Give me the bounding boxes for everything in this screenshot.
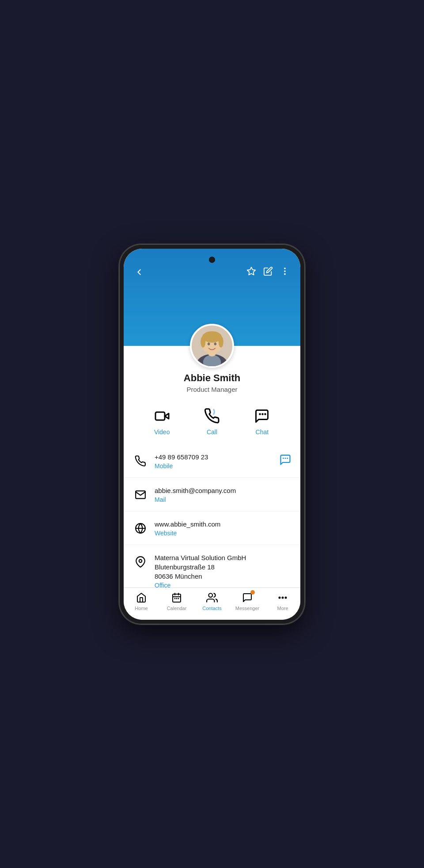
- camera-notch: [209, 257, 215, 263]
- more-icon[interactable]: [280, 266, 290, 278]
- phone-content: +49 89 658709 23 Mobile: [155, 452, 292, 470]
- phone-info-item: +49 89 658709 23 Mobile: [124, 444, 300, 478]
- phone-icon: [132, 453, 148, 469]
- nav-contacts[interactable]: Contacts: [199, 591, 225, 611]
- address-type[interactable]: Office: [155, 582, 292, 588]
- nav-home[interactable]: Home: [128, 591, 155, 611]
- back-button[interactable]: [134, 267, 144, 277]
- messenger-label: Messenger: [235, 606, 259, 611]
- address-info-item: Materna Virtual Solution GmbH Blutenburg…: [124, 545, 300, 588]
- more-label: More: [277, 606, 288, 611]
- mail-icon: [132, 487, 148, 503]
- svg-point-10: [201, 336, 205, 347]
- messenger-icon-wrap: [241, 591, 254, 604]
- nav-more[interactable]: More: [269, 591, 296, 611]
- back-icon: [134, 267, 144, 277]
- map-pin-icon: [132, 554, 148, 570]
- action-buttons: Video Call: [124, 398, 300, 444]
- chat-button[interactable]: Chat: [252, 406, 272, 436]
- home-icon-wrap: [135, 591, 148, 604]
- call-label: Call: [207, 428, 217, 436]
- call-icon: [202, 406, 222, 426]
- website-url: www.abbie_smith.com: [155, 519, 292, 529]
- video-button[interactable]: Video: [152, 406, 172, 436]
- more-nav-icon: [277, 592, 288, 603]
- chat-label: Chat: [256, 428, 269, 436]
- contact-title: Product Manager: [124, 386, 300, 393]
- calendar-nav-icon: [171, 592, 182, 603]
- svg-rect-16: [155, 412, 165, 420]
- star-icon[interactable]: [246, 266, 256, 278]
- contacts-label: Contacts: [202, 606, 221, 611]
- svg-point-39: [279, 597, 280, 598]
- bottom-nav: Home Calendar: [124, 588, 300, 620]
- svg-point-14: [207, 342, 210, 345]
- video-icon: [152, 406, 172, 426]
- svg-point-40: [282, 597, 284, 598]
- svg-point-2: [284, 271, 285, 272]
- email-info-item: abbie.smith@company.com Mail: [124, 478, 300, 512]
- svg-point-38: [208, 593, 212, 597]
- svg-marker-0: [247, 267, 255, 274]
- more-nav-icon-wrap: [276, 591, 289, 604]
- website-content: www.abbie_smith.com Website: [155, 519, 292, 537]
- message-action-icon[interactable]: [279, 454, 292, 468]
- header-actions: [246, 266, 290, 278]
- address-content: Materna Virtual Solution GmbH Blutenburg…: [155, 553, 292, 588]
- avatar: [190, 324, 234, 368]
- svg-point-15: [214, 342, 216, 345]
- phone-type[interactable]: Mobile: [155, 462, 292, 470]
- calendar-label: Calendar: [167, 606, 187, 611]
- email-content: abbie.smith@company.com Mail: [155, 486, 292, 503]
- messenger-badge: [250, 590, 255, 595]
- header-top: [124, 249, 300, 283]
- svg-point-1: [284, 268, 285, 269]
- website-type[interactable]: Website: [155, 530, 292, 537]
- chat-icon: [252, 406, 272, 426]
- info-list: +49 89 658709 23 Mobile: [124, 444, 300, 588]
- nav-messenger[interactable]: Messenger: [234, 591, 261, 611]
- email-address: abbie.smith@company.com: [155, 486, 292, 495]
- svg-point-11: [219, 336, 223, 347]
- home-icon: [136, 592, 147, 603]
- email-type[interactable]: Mail: [155, 496, 292, 503]
- home-label: Home: [135, 606, 148, 611]
- svg-point-3: [284, 273, 285, 274]
- contact-name: Abbie Smith: [124, 372, 300, 384]
- contacts-icon-wrap: [206, 591, 218, 604]
- address-line3: 80636 München: [155, 572, 292, 581]
- svg-point-26: [139, 559, 142, 562]
- avatar-image: [192, 326, 232, 366]
- nav-calendar[interactable]: Calendar: [163, 591, 190, 611]
- phone-frame: Abbie Smith Product Manager Video: [119, 244, 305, 624]
- address-line2: Blutenburgstraße 18: [155, 562, 292, 572]
- video-label: Video: [154, 428, 170, 436]
- svg-point-41: [285, 597, 287, 598]
- phone-screen: Abbie Smith Product Manager Video: [124, 249, 300, 620]
- main-card: Abbie Smith Product Manager Video: [124, 346, 300, 588]
- calendar-nav-icon-wrap: [170, 591, 183, 604]
- website-info-item: www.abbie_smith.com Website: [124, 512, 300, 545]
- globe-icon: [132, 520, 148, 536]
- phone-number: +49 89 658709 23: [155, 452, 292, 462]
- call-button[interactable]: Call: [202, 406, 222, 436]
- contacts-icon: [206, 592, 218, 603]
- avatar-container: [190, 324, 234, 368]
- header-background: [124, 249, 300, 346]
- address-line1: Materna Virtual Solution GmbH: [155, 553, 292, 562]
- edit-icon[interactable]: [263, 266, 273, 278]
